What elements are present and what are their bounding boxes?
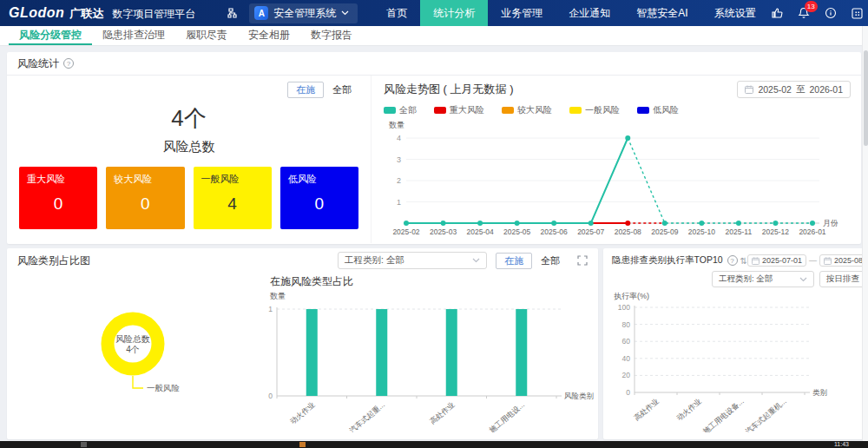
legend-general[interactable]: 一般风险 [569, 104, 620, 116]
nav-item-statistics[interactable]: 统计分析 [420, 0, 488, 26]
main-nav: 首页 统计分析 业务管理 企业通知 智慧安全AI 系统设置 [373, 0, 768, 26]
top10-filters: 工程类别: 全部 按日排查 [612, 271, 868, 287]
svg-text:4个: 4个 [126, 345, 140, 354]
scrollbar-thumb[interactable] [864, 50, 868, 146]
svg-text:60: 60 [622, 337, 631, 346]
risk-trend-line-chart: 12342025-022025-032025-042025-052025-062… [384, 131, 851, 237]
start-date-picker[interactable]: 2025-07-01 [747, 254, 806, 267]
brand-name: 广联达 [69, 6, 103, 22]
bottom-row: 风险类别占比图 工程类别: 全部 在施 全部 风险总数4个一般风险 [7, 248, 861, 439]
taskbar-clock: 11:43 [834, 441, 849, 448]
legend-low[interactable]: 低风险 [637, 104, 679, 116]
risk-card-general[interactable]: 一般风险 4 [194, 167, 272, 229]
nav-item-business[interactable]: 业务管理 [488, 0, 556, 26]
nav-item-home[interactable]: 首页 [373, 0, 420, 26]
nav-item-notice[interactable]: 企业通知 [556, 0, 623, 26]
section-title: 隐患排查类别执行率TOP10 [612, 254, 723, 267]
scope-toggle-all-button[interactable]: 全部 [532, 253, 569, 269]
tab-hazard-investigation[interactable]: 隐患排查治理 [92, 26, 175, 45]
scope-toggle-active-button[interactable]: 在施 [287, 82, 324, 98]
top-navbar: GLodon 广联达 数字项目管理平台 A 安全管理系统 首页 统计分析 业务管… [0, 0, 868, 26]
end-date-picker[interactable]: 2025-08-01 [819, 254, 868, 267]
svg-text:2026-01: 2026-01 [799, 227, 825, 236]
scope-toggle-all-button[interactable]: 全部 [324, 82, 360, 98]
risk-statistics-header: 风险统计 ? [7, 52, 861, 76]
risk-level-cards: 重大风险 0 较大风险 0 一般风险 4 低风险 [19, 167, 358, 229]
main-content: 风险统计 ? 在施 全部 4个 风险总数 重大风险 0 [0, 46, 868, 441]
os-taskbar: 11:43 [0, 441, 868, 448]
sort-icon[interactable]: ⇅ [740, 256, 747, 266]
svg-text:类别: 类别 [812, 388, 827, 397]
taskbar-app-icon[interactable] [299, 442, 306, 447]
svg-text:2025-03: 2025-03 [430, 227, 457, 236]
tab-duty[interactable]: 履职尽责 [175, 26, 238, 45]
risk-type-bar-block: 在施风险类型占比 数量 01动火作业汽车式起重...高处作业施工用电设...风险… [254, 273, 598, 438]
tab-digital-report[interactable]: 数字报告 [300, 26, 363, 45]
legend-swatch [384, 107, 396, 114]
calendar-icon [745, 85, 753, 94]
risk-card-larger[interactable]: 较大风险 0 [106, 167, 184, 229]
section-title: 风险统计 [17, 56, 59, 71]
svg-text:1: 1 [268, 305, 273, 313]
nav-item-ai[interactable]: 智慧安全AI [623, 0, 700, 26]
svg-text:1: 1 [397, 198, 401, 207]
taskbar-app-icon[interactable] [81, 442, 87, 447]
org-structure-icon[interactable] [227, 7, 239, 19]
risk-card-low[interactable]: 低风险 0 [280, 167, 358, 229]
date-separator: — [809, 256, 817, 265]
legend-swatch [637, 107, 649, 114]
svg-text:100: 100 [618, 303, 630, 312]
legend-larger[interactable]: 较大风险 [502, 104, 552, 116]
legend-swatch [569, 107, 582, 114]
trend-legend: 全部 重大风险 较大风险 一般风险 低风险 [384, 104, 851, 116]
help-icon[interactable]: ? [63, 58, 74, 69]
scope-toggle: 在施 全部 [287, 82, 360, 98]
svg-text:动火作业: 动火作业 [674, 397, 703, 423]
trend-title: 风险走势图 ( 上月无数据 ) [384, 82, 514, 97]
risk-statistics-card: 风险统计 ? 在施 全部 4个 风险总数 重大风险 0 [7, 52, 861, 244]
app-logo-icon: A [254, 6, 268, 20]
page-scrollbar[interactable] [862, 26, 868, 441]
project-type-select[interactable]: 工程类别: 全部 [338, 252, 487, 269]
legend-major[interactable]: 重大风险 [434, 104, 484, 116]
svg-text:2025-06: 2025-06 [541, 227, 568, 236]
risk-card-major[interactable]: 重大风险 0 [19, 167, 97, 229]
project-type-select[interactable]: 工程类别: 全部 [712, 271, 814, 287]
svg-text:80: 80 [622, 320, 631, 329]
fullscreen-expand-icon[interactable] [577, 255, 588, 266]
bar-chart-title: 在施风险类型占比 [270, 274, 598, 289]
svg-text:施工用电设备...: 施工用电设备... [701, 397, 746, 432]
notification-bell-icon[interactable]: 13 [796, 5, 812, 21]
chevron-down-icon [799, 277, 807, 282]
notification-badge: 13 [805, 1, 818, 12]
like-icon[interactable] [769, 5, 785, 21]
svg-text:40: 40 [622, 354, 631, 363]
apps-grid-icon[interactable] [850, 5, 865, 21]
scope-toggle: 在施 全部 [496, 253, 569, 269]
risk-trend-panel: 风险走势图 ( 上月无数据 ) 2025-02 至 2026-01 全部 重大风… [372, 76, 861, 243]
legend-all[interactable]: 全部 [384, 104, 417, 116]
nav-item-settings[interactable]: 系统设置 [701, 0, 769, 26]
glodon-logo: GLodon [9, 5, 64, 21]
svg-text:月份: 月份 [823, 219, 838, 227]
info-icon[interactable] [823, 5, 838, 21]
risk-category-donut-chart: 风险总数4个一般风险 [7, 273, 254, 436]
trend-date-range-picker[interactable]: 2025-02 至 2026-01 [737, 81, 851, 98]
help-icon[interactable]: ? [727, 255, 738, 266]
tab-risk-control[interactable]: 风险分级管控 [9, 26, 92, 45]
tab-safety-album[interactable]: 安全相册 [238, 26, 300, 45]
svg-text:2025-10: 2025-10 [688, 227, 715, 236]
chevron-down-icon [341, 10, 349, 16]
sort-mode-select[interactable]: 按日排查 [819, 271, 868, 287]
risk-type-bar-chart: 01动火作业汽车式起重...高处作业施工用电设...风险类别 [254, 302, 598, 432]
svg-text:2025-12: 2025-12 [762, 227, 789, 236]
svg-text:汽车式起重...: 汽车式起重... [348, 400, 386, 432]
svg-text:风险类别: 风险类别 [564, 392, 594, 400]
scope-toggle-active-button[interactable]: 在施 [496, 253, 532, 269]
top10-date-range: 2025-07-01 — 2025-08-01 [747, 254, 868, 267]
sub-tabbar: 风险分级管控 隐患排查治理 履职尽责 安全相册 数字报告 [0, 26, 868, 46]
svg-text:2025-04: 2025-04 [466, 227, 493, 236]
svg-text:2: 2 [397, 176, 401, 185]
app-selector[interactable]: A 安全管理系统 [249, 3, 358, 23]
svg-text:2025-09: 2025-09 [651, 227, 678, 236]
